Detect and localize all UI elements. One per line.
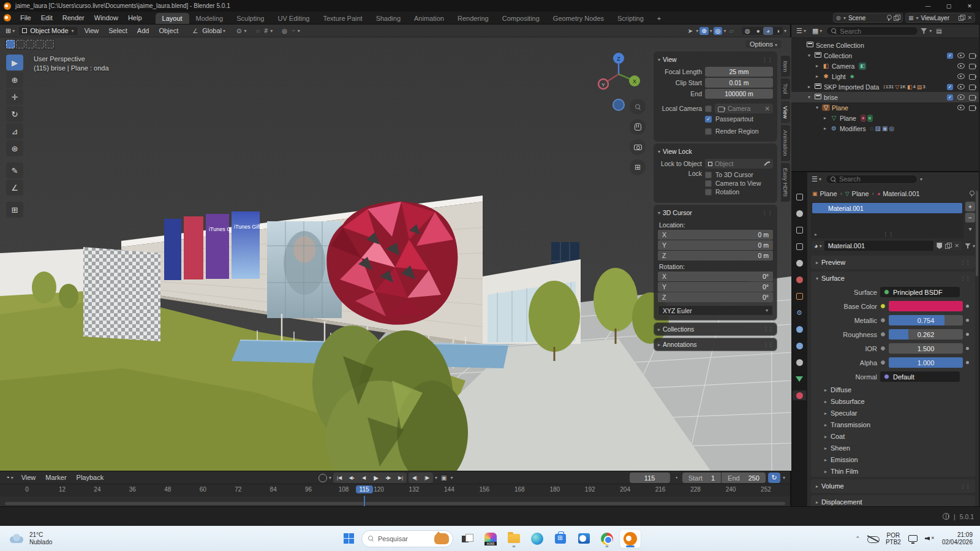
outliner-editor-type-button[interactable]: ☰▾ xyxy=(794,26,808,36)
properties-editor-type-button[interactable]: ☰▾ xyxy=(810,175,823,184)
collection-checkbox[interactable] xyxy=(947,84,953,90)
outliner-row-plane[interactable]: ▸▽Plane●■ xyxy=(791,113,979,123)
select-mode-new[interactable] xyxy=(6,40,15,48)
online-access-icon[interactable] xyxy=(943,513,949,520)
onedrive-paused-icon[interactable] xyxy=(867,535,878,542)
clear-icon[interactable]: ✕ xyxy=(764,105,770,112)
pan-button[interactable] xyxy=(630,119,646,135)
auto-keying-icon[interactable] xyxy=(318,474,327,482)
taskbar-app-copilot[interactable] xyxy=(480,530,501,548)
workspace-tab-geometry-nodes[interactable]: Geometry Nodes xyxy=(546,13,611,24)
falloff-curve-icon[interactable]: ~ xyxy=(290,27,297,35)
play-button[interactable]: ▶ xyxy=(370,473,382,483)
subpanel-thin-film[interactable]: ▸Thin Film xyxy=(811,465,975,477)
viewport-menu-object[interactable]: Object xyxy=(154,27,183,34)
add-workspace-button[interactable]: + xyxy=(650,13,668,24)
n-panel-tab-view[interactable]: View xyxy=(781,101,790,123)
3d-viewport[interactable]: iTunes G iTunes Gift xyxy=(0,37,791,471)
snap-target-icon[interactable]: # xyxy=(263,27,270,35)
breadcrumb-material[interactable]: ◕Material.001 xyxy=(877,190,920,197)
mode-selector[interactable]: Object Mode ▾ xyxy=(18,26,78,36)
hide-viewport-icon[interactable] xyxy=(957,53,965,58)
n-panel-tab-animation[interactable]: Animation xyxy=(781,125,790,161)
duplicate-material-icon[interactable] xyxy=(945,243,951,249)
timeline-menu-playback[interactable]: Playback xyxy=(72,474,109,481)
properties-tab-scene[interactable] xyxy=(793,258,806,268)
workspace-tab-texture-paint[interactable]: Texture Paint xyxy=(316,13,369,24)
lock-check-camera-to-view[interactable]: Camera to View xyxy=(705,180,773,187)
properties-tab-modifiers[interactable]: ⚙ xyxy=(793,308,806,317)
drag-dots-icon[interactable]: ⋮⋮ xyxy=(762,57,773,63)
tool-select-box[interactable]: ▶ xyxy=(6,55,23,70)
render-region-toggle[interactable]: Render Region xyxy=(705,127,773,135)
outliner-row-plane[interactable]: ▾▽Plane xyxy=(791,102,979,113)
expand-icon[interactable]: ▸ xyxy=(814,74,820,79)
panel-collections[interactable]: ▸ Collections⋮⋮ xyxy=(654,323,777,335)
n-panel-tab-item[interactable]: Item xyxy=(781,56,790,77)
tool-measure[interactable]: ∠ xyxy=(6,180,23,196)
new-collection-icon[interactable]: ▤ xyxy=(934,27,943,35)
cursor-rotation-z[interactable]: Z0° xyxy=(658,292,773,302)
expand-icon[interactable]: ▸ xyxy=(822,126,828,131)
collection-checkbox[interactable] xyxy=(947,53,953,59)
hide-viewport-icon[interactable] xyxy=(957,94,965,100)
minimize-button[interactable]: — xyxy=(918,0,938,12)
properties-tab-object-data[interactable] xyxy=(793,374,806,384)
taskbar-search[interactable]: Pesquisar xyxy=(361,530,453,547)
outliner-row-collection[interactable]: ▾Collection xyxy=(791,50,979,61)
add-slot-button[interactable]: + xyxy=(965,202,975,211)
pivot-point-icon[interactable]: ⊙ xyxy=(235,27,243,35)
workspace-tab-shading[interactable]: Shading xyxy=(369,13,407,24)
drag-dots-icon[interactable]: ⋮⋮ xyxy=(960,276,970,281)
menu-window[interactable]: Window xyxy=(89,14,123,21)
drag-dots-icon[interactable]: ⋮⋮ xyxy=(763,327,773,332)
metallic-slider[interactable]: 0.754 xyxy=(889,315,963,325)
collection-checkbox[interactable] xyxy=(947,94,953,101)
show-gizmo-icon[interactable]: ⊕ xyxy=(699,27,708,35)
shading-solid-icon[interactable]: ● xyxy=(753,27,763,35)
properties-tab-object[interactable] xyxy=(793,291,806,301)
slot-specials-button[interactable]: ▾ xyxy=(965,224,975,234)
timeline-scrollbar[interactable] xyxy=(5,502,785,505)
remove-slot-button[interactable]: − xyxy=(965,213,975,222)
start-frame-field[interactable]: Start1 xyxy=(682,473,721,483)
gizmo-x-axis[interactable]: X xyxy=(633,78,636,85)
outliner-row-light[interactable]: ▸✱Light◉ xyxy=(791,71,979,82)
disable-render-icon[interactable] xyxy=(969,84,976,89)
disable-render-icon[interactable] xyxy=(969,63,976,69)
editor-type-button[interactable]: ⊞▾ xyxy=(4,26,17,36)
taskbar-app-file-explorer[interactable] xyxy=(503,530,524,548)
viewport-menu-add[interactable]: Add xyxy=(132,27,154,34)
ior-slider[interactable]: 1.500 xyxy=(889,343,963,354)
select-mode-subtract[interactable] xyxy=(26,40,34,48)
panel-view-lock-header[interactable]: ▾View Lock xyxy=(658,146,773,158)
disable-render-icon[interactable] xyxy=(969,53,976,58)
lock-check-to-3d-cursor[interactable]: To 3D Cursor xyxy=(705,171,773,178)
panel-surface-header[interactable]: ▾Surface⋮⋮ xyxy=(811,272,975,285)
n-panel-tab-tool[interactable]: Tool xyxy=(781,78,790,99)
expand-icon[interactable]: ▸ xyxy=(822,115,828,121)
blender-menu-icon[interactable] xyxy=(4,14,11,21)
lock-object-field[interactable]: Object xyxy=(705,159,773,169)
panel-preview-header[interactable]: ▸Preview⋮⋮ xyxy=(811,256,975,269)
language-indicator[interactable]: POR PTB2 xyxy=(886,532,901,545)
next-frame-button[interactable]: |▶ xyxy=(421,473,433,483)
object-visibility-icon[interactable]: ➤ xyxy=(686,27,695,35)
surface-field[interactable]: Principled BSDF xyxy=(880,287,960,297)
new-scene-icon[interactable] xyxy=(894,15,900,21)
toggle-xray-icon[interactable]: ▱ xyxy=(727,27,736,35)
timeline-menu-view[interactable]: View xyxy=(17,474,41,481)
material-name-field[interactable]: Material.001 xyxy=(824,241,934,251)
end-frame-field[interactable]: End250 xyxy=(722,473,766,483)
animate-property-icon[interactable] xyxy=(966,333,969,336)
cursor-location-z[interactable]: Z0 m xyxy=(658,251,773,260)
animate-property-icon[interactable] xyxy=(966,319,969,322)
menu-render[interactable]: Render xyxy=(58,14,89,21)
local-camera-field[interactable]: Camera✕ xyxy=(715,104,773,113)
outliner-row-modifiers[interactable]: ▸⚙Modifiers◌▨▣◎ xyxy=(791,123,979,134)
properties-tab-view-layer[interactable] xyxy=(793,241,806,251)
workspace-tab-animation[interactable]: Animation xyxy=(407,13,451,24)
animate-property-icon[interactable] xyxy=(966,305,969,308)
disable-render-icon[interactable] xyxy=(969,94,976,100)
weather-widget[interactable]: 21°C Nublado xyxy=(0,531,135,546)
